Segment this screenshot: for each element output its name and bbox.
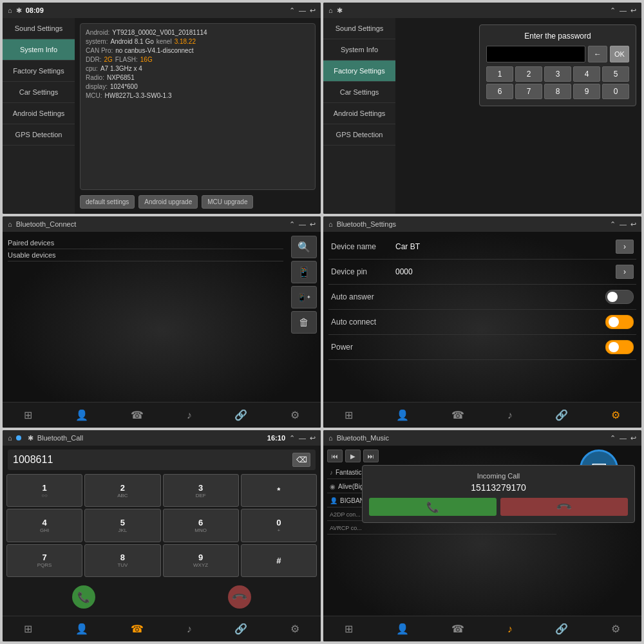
nav-link-6[interactable]: 🔗 [555, 623, 568, 635]
nav-phone-4[interactable]: ☎ [451, 409, 464, 421]
call-button[interactable]: 📞 [72, 585, 95, 609]
nav-grid-6[interactable]: ⊞ [345, 623, 353, 635]
nav-music-6[interactable]: ♪ [507, 623, 513, 635]
device-pin-arrow[interactable]: › [616, 265, 634, 279]
numpad-6[interactable]: 6 [486, 84, 513, 99]
password-input[interactable] [486, 46, 585, 62]
nav-phone-6[interactable]: ☎ [451, 623, 464, 635]
dial-star[interactable]: * [241, 474, 317, 507]
password-back-button[interactable]: ← [588, 46, 607, 62]
chevron-icon-3[interactable]: ⌃ [289, 220, 295, 229]
call-delete-button[interactable]: ⌫ [292, 453, 310, 467]
sidebar-android-settings[interactable]: Android Settings [3, 103, 75, 124]
minimize-icon-6[interactable]: — [620, 434, 627, 442]
numpad-7[interactable]: 7 [515, 84, 542, 99]
nav-grid-4[interactable]: ⊞ [345, 409, 353, 421]
numpad-3[interactable]: 3 [544, 66, 571, 82]
home-icon[interactable]: ⌂ [8, 6, 12, 14]
android-upgrade-button[interactable]: Android upgrade [138, 195, 198, 209]
numpad-9[interactable]: 9 [573, 84, 600, 99]
dial-7[interactable]: 7PQRS [6, 544, 82, 577]
chevron-icon-6[interactable]: ⌃ [610, 434, 616, 442]
dial-2[interactable]: 2ABC [84, 474, 160, 507]
dial-6[interactable]: 6MNO [163, 509, 239, 542]
sidebar-factory-settings[interactable]: Factory Settings [3, 61, 75, 82]
nav-link-3[interactable]: 🔗 [234, 409, 247, 421]
chevron-icon-5[interactable]: ⌃ [289, 434, 295, 442]
mcu-upgrade-button[interactable]: MCU upgrade [202, 195, 253, 209]
dial-9[interactable]: 9WXYZ [163, 544, 239, 577]
nav-user-4[interactable]: 👤 [396, 409, 409, 421]
chevron-icon-2[interactable]: ⌃ [610, 6, 616, 15]
dial-3[interactable]: 3DEF [163, 474, 239, 507]
sidebar2-car-settings[interactable]: Car Settings [323, 82, 395, 103]
nav-link-5[interactable]: 🔗 [234, 623, 247, 635]
auto-connect-toggle[interactable] [605, 315, 634, 329]
sidebar2-sound-settings[interactable]: Sound Settings [323, 18, 395, 39]
minimize-icon-3[interactable]: — [299, 220, 306, 228]
chevron-icon[interactable]: ⌃ [289, 6, 295, 15]
bt-phone2-button[interactable]: 📱✦ [291, 286, 317, 308]
numpad-4[interactable]: 4 [573, 66, 600, 82]
accept-call-button[interactable]: 📞 [369, 498, 497, 516]
password-ok-button[interactable]: OK [610, 46, 629, 62]
nav-user-3[interactable]: 👤 [75, 409, 88, 421]
back-icon-6[interactable]: ↩ [630, 434, 636, 442]
numpad-5[interactable]: 5 [602, 66, 629, 82]
sidebar2-android-settings[interactable]: Android Settings [323, 103, 395, 124]
back-icon-4[interactable]: ↩ [630, 220, 636, 229]
home-icon-6[interactable]: ⌂ [328, 434, 333, 442]
back-icon-3[interactable]: ↩ [310, 220, 316, 229]
bt-delete-button[interactable]: 🗑 [291, 311, 317, 334]
numpad-0[interactable]: 0 [602, 84, 629, 99]
back-icon-5[interactable]: ↩ [310, 434, 316, 442]
device-name-arrow[interactable]: › [616, 240, 634, 254]
minimize-icon[interactable]: — [299, 6, 306, 14]
bt-search-button[interactable]: 🔍 [291, 236, 317, 258]
back-icon[interactable]: ↩ [310, 6, 316, 15]
next-track-button[interactable]: ⏭ [363, 450, 379, 462]
sidebar2-system-info[interactable]: System Info [323, 39, 395, 61]
play-pause-button[interactable]: ▶ [345, 450, 361, 462]
nav-music-5[interactable]: ♪ [187, 623, 192, 635]
sidebar-system-info[interactable]: System Info [3, 39, 75, 61]
sidebar2-factory-settings[interactable]: Factory Settings [323, 61, 395, 82]
power-toggle[interactable] [605, 340, 634, 354]
nav-settings-3[interactable]: ⚙ [290, 409, 299, 421]
auto-answer-toggle[interactable] [605, 290, 634, 304]
back-icon-2[interactable]: ↩ [630, 6, 636, 15]
nav-phone-3[interactable]: ☎ [131, 409, 144, 421]
minimize-icon-5[interactable]: — [299, 434, 306, 442]
chevron-icon-4[interactable]: ⌃ [610, 220, 616, 229]
nav-user-5[interactable]: 👤 [75, 623, 88, 635]
sidebar-sound-settings[interactable]: Sound Settings [3, 18, 75, 39]
nav-settings-5[interactable]: ⚙ [290, 623, 299, 635]
home-icon-5[interactable]: ⌂ [8, 434, 12, 442]
minimize-icon-2[interactable]: — [620, 6, 627, 14]
nav-settings-4[interactable]: ⚙ [611, 409, 620, 421]
nav-music-4[interactable]: ♪ [507, 410, 513, 421]
nav-grid-5[interactable]: ⊞ [24, 623, 32, 635]
sidebar-gps-detection[interactable]: GPS Detection [3, 124, 75, 146]
home-icon-3[interactable]: ⌂ [8, 220, 12, 228]
dial-5[interactable]: 5JKL [84, 509, 160, 542]
sidebar-car-settings[interactable]: Car Settings [3, 82, 75, 103]
dial-8[interactable]: 8TUV [84, 544, 160, 577]
nav-settings-6[interactable]: ⚙ [611, 623, 620, 635]
nav-music-3[interactable]: ♪ [187, 410, 192, 421]
numpad-8[interactable]: 8 [544, 84, 571, 99]
dial-0plus[interactable]: 0+ [241, 509, 317, 542]
home-icon-4[interactable]: ⌂ [328, 220, 333, 228]
sidebar2-gps-detection[interactable]: GPS Detection [323, 124, 395, 146]
nav-grid-3[interactable]: ⊞ [24, 409, 32, 421]
decline-call-button[interactable]: 📞 [500, 498, 628, 516]
home-icon-2[interactable]: ⌂ [328, 6, 333, 14]
bt-phone-button[interactable]: 📱 [291, 261, 317, 283]
nav-user-6[interactable]: 👤 [396, 623, 409, 635]
dial-4[interactable]: 4GHI [6, 509, 82, 542]
nav-phone-5[interactable]: ☎ [131, 623, 144, 635]
numpad-1[interactable]: 1 [486, 66, 513, 82]
nav-link-4[interactable]: 🔗 [555, 409, 568, 421]
minimize-icon-4[interactable]: — [620, 220, 627, 228]
dial-hash[interactable]: # [241, 544, 317, 577]
